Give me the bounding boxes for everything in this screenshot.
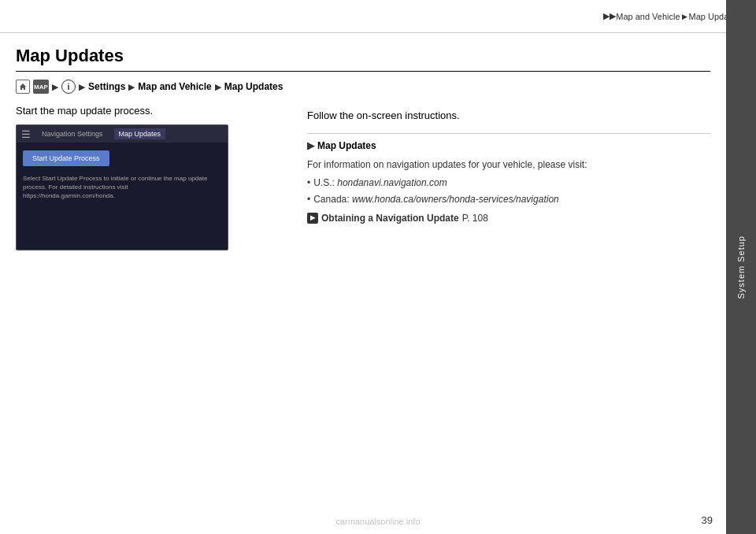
- nav-settings: Settings: [88, 81, 125, 92]
- two-column-layout: Start the map update process. ☰ Navigati…: [16, 105, 710, 250]
- bullet2-link: www.honda.ca/owners/honda-services/navig…: [352, 194, 559, 205]
- ref-label: Obtaining a Navigation Update: [321, 211, 459, 226]
- map-icon: MAP: [33, 80, 49, 94]
- step1-text: Start the map update process.: [16, 105, 284, 117]
- nav-arrow3: ▶: [128, 83, 135, 91]
- page-title: Map Updates: [16, 46, 710, 72]
- nav-arrow2: ▶: [79, 83, 85, 91]
- breadcrumb-arrows: ▶▶: [603, 11, 616, 21]
- info-box-title-text: Map Updates: [317, 140, 376, 151]
- home-icon: [16, 80, 30, 94]
- start-update-button: Start Update Process: [23, 150, 109, 166]
- watermark: carmanualsonline.info: [335, 517, 420, 526]
- bullet-item-us: • U.S.: hondanavi.navigation.com: [307, 176, 710, 191]
- bullet1-prefix: U.S.:: [313, 177, 337, 188]
- main-content: Map Updates MAP ▶ i ▶ Settings ▶ Map and…: [0, 33, 726, 534]
- breadcrumb-bar: ▶▶ Map and Vehicle ▶ Map Updates: [0, 0, 756, 33]
- nav-map-updates: Map Updates: [224, 81, 284, 92]
- info-box-icon: ▶: [307, 140, 314, 151]
- info-box: ▶ Map Updates For information on navigat…: [307, 133, 710, 226]
- screen-description: Select Start Update Process to initiate …: [23, 174, 221, 201]
- right-sidebar: System Setup: [726, 0, 756, 534]
- screen-header: ☰ Navigation Settings Map Updates: [17, 125, 228, 143]
- ref-page: P. 108: [462, 211, 488, 226]
- bullet2-prefix: Canada:: [313, 194, 352, 205]
- screen-mockup: ☰ Navigation Settings Map Updates Start …: [16, 124, 228, 250]
- sidebar-label: System Setup: [736, 235, 746, 299]
- bullet1-link: hondanavi.navigation.com: [337, 177, 447, 188]
- info-intro: For information on navigation updates fo…: [307, 158, 710, 172]
- breadcrumb-arrow2: ▶: [682, 13, 687, 20]
- nav-arrow1: ▶: [52, 83, 58, 91]
- nav-map-vehicle: Map and Vehicle: [138, 81, 211, 92]
- breadcrumb-part1: Map and Vehicle: [616, 12, 680, 21]
- info-body: For information on navigation updates fo…: [307, 158, 710, 226]
- follow-instructions-text: Follow the on-screen instructions.: [307, 109, 710, 121]
- nav-path: MAP ▶ i ▶ Settings ▶ Map and Vehicle ▶ M…: [16, 80, 710, 94]
- ref-icon: ▶: [307, 213, 318, 224]
- left-column: Start the map update process. ☰ Navigati…: [16, 105, 284, 250]
- screen-tab2: Map Updates: [114, 128, 166, 139]
- screen-body: Start Update Process Select Start Update…: [17, 143, 228, 209]
- page-number: 39: [702, 514, 713, 526]
- right-column: Follow the on-screen instructions. ▶ Map…: [307, 105, 710, 250]
- bullet-item-canada: • Canada: www.honda.ca/owners/honda-serv…: [307, 192, 710, 207]
- nav-arrow4: ▶: [215, 83, 221, 91]
- svg-marker-0: [20, 83, 26, 90]
- info-box-title: ▶ Map Updates: [307, 140, 710, 151]
- screen-tab1: Navigation Settings: [37, 128, 108, 139]
- ref-link: ▶ Obtaining a Navigation Update P. 108: [307, 211, 710, 226]
- menu-icon: ☰: [21, 128, 31, 140]
- info-icon: i: [61, 80, 76, 94]
